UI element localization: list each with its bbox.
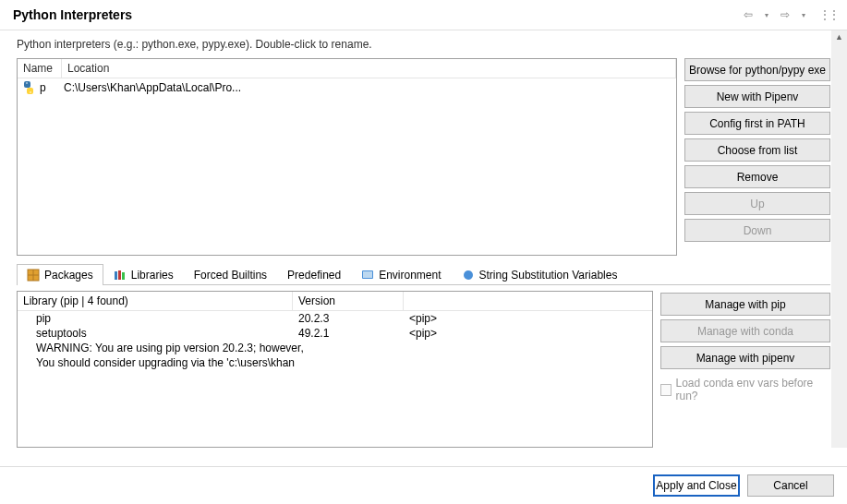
forward-icon[interactable]: ⇨	[777, 8, 793, 21]
src-cell: <pip>	[409, 312, 647, 325]
conda-checkbox-row[interactable]: Load conda env vars before run?	[660, 377, 830, 402]
package-row[interactable]: setuptools 49.2.1 <pip>	[18, 326, 652, 341]
tabs: Packages Libraries Forced Builtins Prede…	[17, 263, 830, 285]
svg-point-2	[26, 82, 28, 84]
tab-label: String Substitution Variables	[479, 269, 618, 282]
python-icon	[21, 80, 36, 95]
vertical-scrollbar[interactable]: ▲	[831, 30, 847, 448]
scroll-up-icon[interactable]: ▲	[831, 30, 847, 43]
warning-text: WARNING: You are using pip version 20.2.…	[23, 342, 304, 354]
toolbar-icons: ⇦ ▾ ⇨ ▾ ⋮⋮	[740, 8, 836, 21]
menu-icon[interactable]: ⋮⋮	[819, 8, 836, 21]
manage-pip-button[interactable]: Manage with pip	[660, 293, 830, 316]
lib-cell: setuptools	[23, 327, 298, 340]
variable-icon	[462, 269, 475, 282]
col-name[interactable]: Name	[18, 59, 62, 78]
manage-conda-button[interactable]: Manage with conda	[660, 319, 830, 342]
tab-label: Packages	[44, 269, 93, 282]
tab-label: Libraries	[131, 269, 174, 282]
cancel-button[interactable]: Cancel	[747, 474, 834, 497]
tab-label: Forced Builtins	[194, 269, 267, 282]
interpreters-row: Name Location p C:\Users\Khan\AppData\Lo…	[17, 58, 830, 256]
manage-pipenv-button[interactable]: Manage with pipenv	[660, 346, 830, 369]
checkbox-label: Load conda env vars before run?	[675, 377, 830, 402]
content-area: ▲ Python interpreters (e.g.: python.exe,…	[0, 30, 847, 448]
tab-environment[interactable]: Environment	[351, 264, 451, 285]
packages-side-buttons: Manage with pip Manage with conda Manage…	[660, 291, 830, 448]
svg-point-3	[30, 91, 31, 93]
col-library[interactable]: Library (pip | 4 found)	[18, 292, 293, 310]
dialog-title: Python Interpreters	[13, 7, 132, 22]
warning-row: WARNING: You are using pip version 20.2.…	[18, 341, 652, 355]
config-path-button[interactable]: Config first in PATH	[684, 112, 830, 135]
packages-icon	[27, 269, 40, 282]
table-header: Name Location	[18, 59, 676, 78]
packages-area: Library (pip | 4 found) Version pip 20.2…	[17, 291, 830, 448]
tab-builtins[interactable]: Forced Builtins	[184, 264, 277, 285]
row-location: C:\Users\Khan\AppData\Local\Pro...	[64, 81, 672, 94]
back-icon[interactable]: ⇦	[740, 8, 756, 21]
back-dropdown-icon[interactable]: ▾	[758, 11, 775, 19]
forward-dropdown-icon[interactable]: ▾	[795, 11, 812, 19]
packages-header: Library (pip | 4 found) Version	[18, 292, 652, 311]
tab-label: Predefined	[287, 269, 341, 282]
ver-cell: 49.2.1	[298, 327, 409, 340]
tab-packages[interactable]: Packages	[17, 264, 103, 285]
tab-label: Environment	[379, 269, 441, 282]
new-pipenv-button[interactable]: New with Pipenv	[684, 85, 830, 108]
interpreters-table[interactable]: Name Location p C:\Users\Khan\AppData\Lo…	[17, 58, 677, 256]
libraries-icon	[114, 269, 127, 282]
col-location[interactable]: Location	[62, 59, 676, 78]
src-cell: <pip>	[409, 327, 647, 340]
remove-button[interactable]: Remove	[684, 165, 830, 188]
svg-rect-0	[24, 81, 30, 88]
up-button[interactable]: Up	[684, 192, 830, 215]
warning-row: You should consider upgrading via the 'c…	[18, 355, 652, 370]
svg-rect-9	[122, 272, 125, 280]
svg-point-12	[464, 270, 473, 280]
dialog-header: Python Interpreters ⇦ ▾ ⇨ ▾ ⋮⋮	[0, 0, 847, 30]
svg-rect-11	[363, 271, 372, 278]
checkbox-icon[interactable]	[660, 384, 672, 396]
tab-predefined[interactable]: Predefined	[277, 264, 351, 285]
subtitle-text: Python interpreters (e.g.: python.exe, p…	[17, 38, 830, 51]
lib-cell: pip	[23, 312, 298, 325]
row-name: p	[40, 81, 60, 94]
apply-close-button[interactable]: Apply and Close	[653, 474, 740, 497]
down-button[interactable]: Down	[684, 219, 830, 242]
tab-substitution[interactable]: String Substitution Variables	[452, 264, 628, 285]
table-row[interactable]: p C:\Users\Khan\AppData\Local\Pro...	[18, 78, 676, 97]
svg-rect-7	[115, 271, 117, 280]
svg-rect-8	[118, 270, 121, 280]
package-row[interactable]: pip 20.2.3 <pip>	[18, 311, 652, 326]
svg-rect-1	[27, 88, 33, 94]
packages-table[interactable]: Library (pip | 4 found) Version pip 20.2…	[17, 291, 653, 448]
tab-libraries[interactable]: Libraries	[103, 264, 184, 285]
col-version[interactable]: Version	[293, 292, 404, 310]
browse-button[interactable]: Browse for python/pypy exe	[684, 58, 830, 81]
dialog-footer: Apply and Close Cancel	[0, 466, 847, 504]
ver-cell: 20.2.3	[298, 312, 409, 325]
choose-list-button[interactable]: Choose from list	[684, 138, 830, 162]
environment-icon	[361, 269, 374, 282]
warning-text: You should consider upgrading via the 'c…	[23, 356, 295, 369]
side-buttons: Browse for python/pypy exe New with Pipe…	[684, 58, 830, 256]
